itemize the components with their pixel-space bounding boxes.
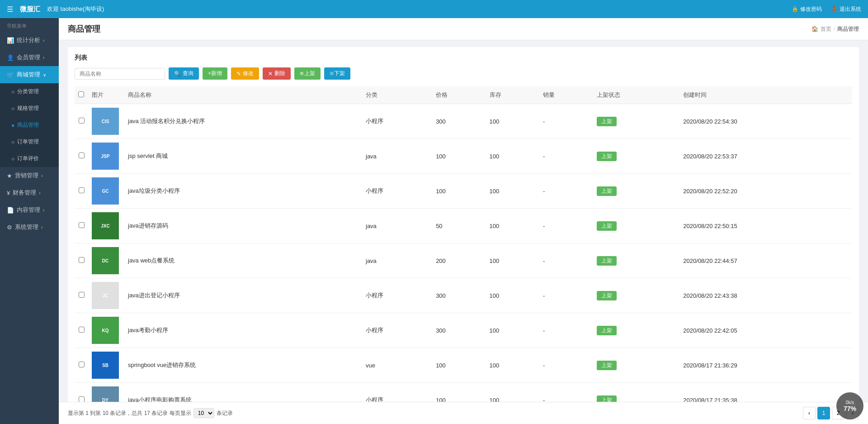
product-created-4: 2020/08/20 22:44:57: [679, 243, 852, 278]
sidebar-menu-label: 导航菜单: [0, 18, 59, 32]
sidebar-item-orders[interactable]: ○ 订单管理: [0, 133, 59, 150]
product-stock-4: 100: [486, 243, 539, 278]
header-left: ☰ 微服汇 欢迎 taobishe(淘毕设): [7, 5, 104, 14]
sidebar-item-system[interactable]: ⚙ 系统管理 ›: [0, 219, 59, 236]
product-category-3: java: [362, 209, 432, 243]
product-status-2: 上架: [593, 174, 680, 209]
put-off-label: ⊙下架: [330, 70, 345, 77]
sidebar-item-category[interactable]: ○ 分类管理: [0, 83, 59, 100]
product-category-1: java: [362, 139, 432, 174]
sidebar-label-content: 内容管理: [17, 206, 40, 214]
row-checkbox-5[interactable]: [79, 292, 85, 298]
table-row: CIS java 活动报名积分兑换小程序 小程序 300 100 - 上架 20…: [75, 104, 852, 139]
table-row: GC java垃圾分类小程序 小程序 100 100 - 上架 2020/08/…: [75, 174, 852, 209]
product-category-7: vue: [362, 348, 432, 383]
col-sales: 销量: [539, 86, 593, 104]
sidebar-label-spec: 规格管理: [17, 105, 39, 112]
sidebar-sub-products: ○ 分类管理 ○ 规格管理 ● 商品管理 ○ 订单管理 ○ 订单评价: [0, 83, 59, 167]
product-price-2: 100: [432, 174, 486, 209]
logout-button[interactable]: 🚪 退出系统: [831, 5, 861, 13]
delete-label: 删除: [274, 70, 285, 77]
row-checkbox-4[interactable]: [79, 257, 85, 263]
put-on-label: ⊕上架: [300, 70, 315, 77]
chevron-icon-finance: ›: [39, 191, 40, 195]
change-password-label: 修改密码: [800, 5, 822, 13]
prev-page-button[interactable]: ‹: [803, 407, 816, 419]
circle-icon-category: ○: [11, 89, 14, 95]
sidebar-item-order-review[interactable]: ○ 订单评价: [0, 150, 59, 167]
sidebar-item-finance[interactable]: ¥ 财务管理 ›: [0, 184, 59, 201]
product-image-8: DY: [92, 386, 119, 402]
circle-icon-order-review: ○: [11, 156, 14, 162]
search-input[interactable]: [75, 68, 165, 80]
speed-value: 0k/s: [846, 400, 854, 405]
row-checkbox-7[interactable]: [79, 362, 85, 367]
product-status-8: 上架: [593, 383, 680, 402]
page-1-button[interactable]: 1: [817, 407, 830, 419]
select-all-checkbox[interactable]: [78, 91, 84, 97]
sidebar-item-goods[interactable]: ● 商品管理: [0, 117, 59, 133]
marketing-icon: ★: [7, 172, 12, 179]
edit-label: 修改: [243, 70, 254, 77]
product-image-3: JXC: [92, 212, 119, 239]
delete-button[interactable]: ✕ 删除: [263, 67, 291, 80]
row-checkbox-8[interactable]: [79, 396, 85, 402]
status-badge-4: 上架: [597, 256, 617, 266]
sidebar-item-stats[interactable]: 📊 统计分析 ›: [0, 32, 59, 49]
sidebar-item-spec[interactable]: ○ 规格管理: [0, 100, 59, 117]
row-checkbox-3[interactable]: [79, 222, 85, 228]
product-image-7: SB: [92, 352, 119, 379]
product-price-1: 100: [432, 139, 486, 174]
col-image: 图片: [88, 86, 124, 104]
search-button[interactable]: 🔍 查询: [169, 67, 199, 80]
page-title: 商品管理: [68, 24, 100, 34]
sidebar-label-stats: 统计分析: [17, 36, 40, 44]
col-name: 商品名称: [124, 86, 362, 104]
product-category-8: 小程序: [362, 383, 432, 402]
status-badge-0: 上架: [597, 117, 617, 126]
sidebar-item-marketing[interactable]: ★ 营销管理 ›: [0, 167, 59, 184]
row-checkbox-6[interactable]: [79, 327, 85, 333]
change-password-button[interactable]: 🔒 修改密码: [792, 5, 822, 13]
sidebar-item-products[interactable]: 🛒 商城管理 ∨: [0, 66, 59, 83]
pagination-bar: 显示第 1 到第 10 条记录，总共 17 条记录 每页显示 10 20 50 …: [59, 402, 868, 424]
row-checkbox-0[interactable]: [79, 118, 85, 124]
speed-widget: 0k/s 77%: [836, 392, 863, 419]
status-badge-6: 上架: [597, 326, 617, 335]
product-price-0: 300: [432, 104, 486, 139]
sidebar-item-members[interactable]: 👤 会员管理 ›: [0, 49, 59, 66]
put-on-button[interactable]: ⊕上架: [294, 67, 321, 80]
hamburger-icon[interactable]: ☰: [7, 5, 13, 14]
product-sales-0: -: [539, 104, 593, 139]
status-badge-2: 上架: [597, 186, 617, 196]
page-size-select[interactable]: 10 20 50: [193, 408, 214, 418]
status-badge-5: 上架: [597, 291, 617, 300]
product-stock-8: 100: [486, 383, 539, 402]
product-created-8: 2020/08/17 21:35:38: [679, 383, 852, 402]
product-created-0: 2020/08/20 22:54:30: [679, 104, 852, 139]
product-image-1: JSP: [92, 143, 119, 170]
product-status-1: 上架: [593, 139, 680, 174]
table-row: KQ java考勤小程序 小程序 300 100 - 上架 2020/08/20…: [75, 313, 852, 348]
edit-button[interactable]: ✎ 修改: [231, 67, 259, 80]
top-header: ☰ 微服汇 欢迎 taobishe(淘毕设) 🔒 修改密码 🚪 退出系统: [0, 0, 868, 18]
sidebar-label-finance: 财务管理: [13, 189, 36, 197]
row-checkbox-1[interactable]: [79, 152, 85, 158]
put-off-button[interactable]: ⊙下架: [324, 67, 350, 80]
sidebar-item-content[interactable]: 📄 内容管理 ›: [0, 201, 59, 219]
product-created-7: 2020/08/17 21:36:29: [679, 348, 852, 383]
edit-icon: ✎: [236, 71, 241, 77]
product-category-2: 小程序: [362, 174, 432, 209]
table-row: JXC java进销存源码 java 50 100 - 上架 2020/08/2…: [75, 209, 852, 243]
product-price-4: 200: [432, 243, 486, 278]
product-price-5: 300: [432, 278, 486, 313]
chevron-icon-stats: ›: [43, 38, 44, 43]
breadcrumb-home[interactable]: 首页: [821, 25, 831, 33]
add-button[interactable]: +新增: [203, 67, 227, 80]
chevron-icon-products: ∨: [43, 72, 46, 77]
main-layout: 导航菜单 📊 统计分析 › 👤 会员管理 › 🛒 商城管理 ∨ ○ 分类管理 ○…: [0, 18, 868, 424]
chevron-icon-content: ›: [43, 208, 44, 213]
row-checkbox-2[interactable]: [79, 187, 85, 193]
product-name-4: java web点餐系统: [124, 243, 362, 278]
sidebar-label-category: 分类管理: [17, 88, 39, 95]
